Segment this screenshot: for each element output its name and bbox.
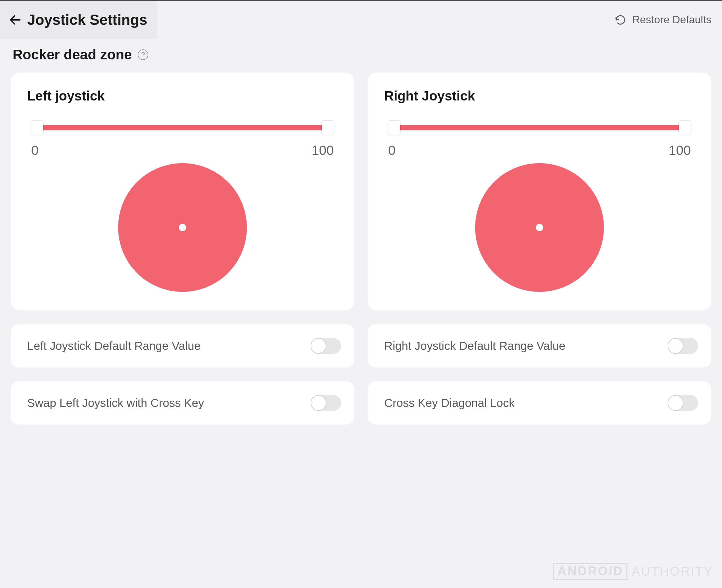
left-slider-max: 100 (312, 143, 334, 158)
restore-defaults-button[interactable]: Restore Defaults (615, 14, 722, 26)
swap-left-cross-card: Swap Left Joystick with Cross Key (11, 381, 354, 424)
left-joystick-card: Left joystick 0 100 (11, 72, 354, 310)
right-slider-labels: 0 100 (384, 143, 695, 158)
left-slider-labels: 0 100 (27, 143, 338, 158)
right-slider-min: 0 (388, 143, 395, 158)
left-joystick-slider[interactable] (27, 125, 338, 130)
section-header: Rocker dead zone ? (11, 47, 711, 63)
left-joystick-visual (27, 161, 338, 292)
left-joystick-title: Left joystick (27, 88, 338, 103)
header: Joystick Settings Restore Defaults (0, 1, 722, 39)
watermark: ANDROID AUTHORITY (553, 563, 714, 580)
slider-thumb[interactable] (322, 121, 334, 135)
switch-thumb (667, 338, 683, 354)
slider-track (31, 125, 334, 130)
joystick-center-dot (179, 224, 186, 231)
cross-diagonal-lock-toggle[interactable] (668, 395, 698, 411)
left-joystick-zone[interactable] (118, 163, 247, 292)
right-slider-max: 100 (668, 143, 691, 158)
slider-thumb[interactable] (679, 121, 691, 135)
header-left: Joystick Settings (0, 1, 157, 39)
watermark-brand: ANDROID (553, 563, 627, 580)
help-icon[interactable]: ? (138, 49, 148, 60)
right-joystick-card: Right Joystick 0 100 (368, 72, 711, 310)
watermark-suffix: AUTHORITY (632, 564, 714, 579)
slider-track (388, 125, 691, 130)
left-default-range-label: Left Joystick Default Range Value (27, 339, 201, 353)
toggle-row-1: Left Joystick Default Range Value Right … (11, 324, 711, 368)
switch-thumb (667, 395, 683, 411)
joystick-center-dot (536, 224, 543, 231)
cross-diagonal-lock-label: Cross Key Diagonal Lock (384, 396, 515, 410)
toggle-row-2: Swap Left Joystick with Cross Key Cross … (11, 381, 711, 424)
swap-left-cross-toggle[interactable] (311, 395, 341, 411)
right-joystick-slider[interactable] (384, 125, 695, 130)
swap-left-cross-label: Swap Left Joystick with Cross Key (27, 396, 204, 410)
joystick-cards-row: Left joystick 0 100 Right Joystick (11, 72, 711, 310)
right-joystick-visual (384, 161, 695, 292)
restore-defaults-label: Restore Defaults (633, 14, 711, 26)
right-default-range-label: Right Joystick Default Range Value (384, 339, 565, 353)
left-slider-min: 0 (31, 143, 39, 158)
switch-thumb (311, 338, 327, 354)
right-default-range-toggle[interactable] (668, 338, 698, 354)
slider-thumb[interactable] (388, 121, 400, 135)
restore-icon (615, 14, 626, 26)
content: Rocker dead zone ? Left joystick 0 100 (0, 39, 722, 424)
switch-thumb (311, 395, 327, 411)
cross-diagonal-lock-card: Cross Key Diagonal Lock (368, 381, 711, 424)
page-title: Joystick Settings (27, 12, 147, 28)
left-default-range-card: Left Joystick Default Range Value (11, 324, 354, 368)
right-default-range-card: Right Joystick Default Range Value (368, 324, 711, 368)
right-joystick-title: Right Joystick (384, 88, 695, 103)
left-default-range-toggle[interactable] (311, 338, 341, 354)
right-joystick-zone[interactable] (475, 163, 604, 292)
back-arrow-icon[interactable] (8, 13, 22, 27)
slider-thumb[interactable] (31, 121, 43, 135)
section-title: Rocker dead zone (13, 47, 132, 63)
